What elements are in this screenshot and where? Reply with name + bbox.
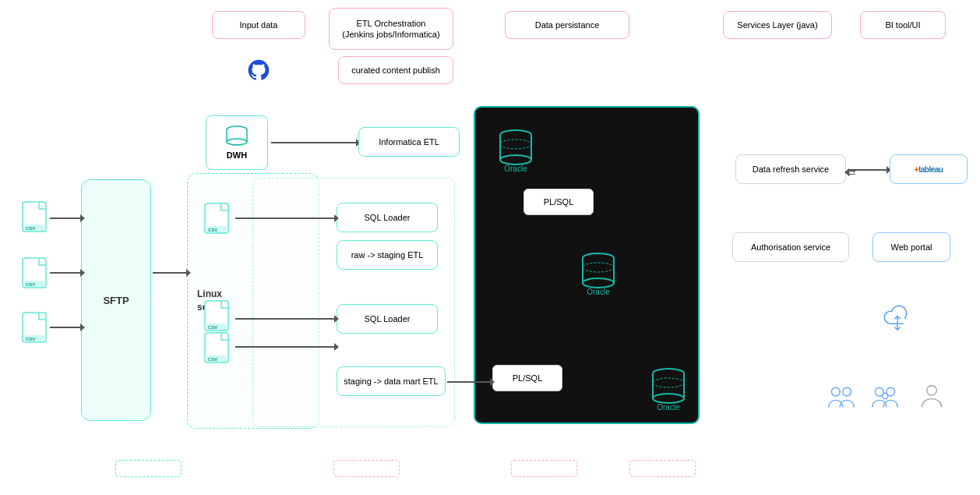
authorisation-service-box: Authorisation service: [732, 232, 849, 262]
csv-icon-2: CSV: [22, 257, 51, 293]
svg-point-41: [831, 387, 840, 396]
arrow-etl-darkbox: [447, 381, 491, 383]
bottom-box-4: [629, 460, 696, 477]
bi-tool-header: BI tool/UI: [860, 11, 946, 39]
svg-text:CSV: CSV: [26, 226, 35, 231]
tableau-box: +tableau: [890, 154, 968, 184]
svg-point-45: [882, 393, 887, 398]
raw-staging-etl-box: raw -> staging ETL: [337, 240, 438, 270]
sftp-label: SFTP: [103, 295, 129, 306]
tableau-logo: +tableau: [915, 164, 943, 175]
services-layer-header: Services Layer (java): [723, 11, 832, 39]
dwh-db-icon: [224, 125, 249, 147]
etl-orchestration-header: ETL Orchestration(Jenkins jobs/Informati…: [329, 8, 453, 50]
arrow-csv1-sftp: [50, 217, 81, 219]
dwh-box: DWH: [206, 115, 268, 170]
curated-content-header: curated content publish: [338, 56, 453, 84]
csv-linux-2: CSV: [204, 300, 234, 336]
csv-linux-3: CSV: [204, 332, 234, 368]
bottom-box-1: [115, 460, 182, 477]
input-data-header: Input data: [212, 11, 305, 39]
informatica-etl-box: Informatica ETL: [358, 127, 460, 157]
oracle-db-1: Oracle: [492, 118, 539, 181]
architecture-diagram: Input data ETL Orchestration(Jenkins job…: [0, 0, 980, 495]
oracle-label-1: Oracle: [504, 164, 527, 173]
sql-loader-2-box: SQL Loader: [337, 304, 438, 334]
sftp-box: SFTP: [81, 179, 151, 421]
data-refresh-service-box: Data refresh service: [735, 154, 846, 184]
csv-linux-1: CSV: [204, 203, 234, 239]
svg-point-42: [843, 387, 851, 396]
arrow-csv-b-sqlloader2: [235, 318, 335, 320]
arrow-sftp-linux: [153, 272, 187, 274]
arrow-dwh-etl: [271, 142, 357, 143]
svg-point-37: [653, 394, 684, 403]
group-icon-2: [871, 382, 899, 412]
arrow-csv2-sftp: [50, 272, 81, 274]
svg-text:CSV: CSV: [26, 282, 35, 287]
svg-text:CSV: CSV: [208, 228, 217, 232]
data-persistence-header: Data persistance: [505, 11, 629, 39]
svg-point-20: [227, 139, 247, 145]
svg-point-25: [500, 155, 531, 164]
csv-icon-3: CSV: [22, 312, 51, 348]
svg-point-46: [927, 386, 937, 396]
plsql-box-1: PL/SQL: [523, 189, 594, 215]
oracle-label-3: Oracle: [657, 403, 679, 412]
web-portal-box: Web portal: [872, 232, 950, 262]
group-icon-3: [918, 382, 946, 412]
bottom-box-3: [511, 460, 577, 477]
group-icon-1: [827, 382, 855, 412]
oracle-label-2: Oracle: [587, 288, 609, 296]
cloud-icon: [882, 302, 929, 349]
arrow-csv3-sftp: [50, 327, 81, 328]
arrow-csv-a-sqlloader1: [235, 217, 335, 219]
staging-datamart-etl-box: staging -> data mart ETL: [337, 366, 446, 396]
csv-icon-1: CSV: [22, 201, 51, 237]
plsql-box-2: PL/SQL: [492, 365, 562, 391]
github-icon: [246, 58, 271, 83]
oracle-db-3: Oracle: [645, 357, 692, 419]
arrow-csv-c-sqlloader3: [235, 346, 335, 348]
svg-text:CSV: CSV: [208, 325, 217, 330]
bottom-box-2: [333, 460, 400, 477]
svg-point-31: [583, 278, 614, 288]
svg-text:CSV: CSV: [26, 337, 35, 341]
oracle-db-2: Oracle: [575, 242, 622, 304]
dwh-label: DWH: [227, 150, 247, 161]
svg-text:CSV: CSV: [208, 357, 217, 362]
sql-loader-1-box: SQL Loader: [337, 203, 438, 232]
